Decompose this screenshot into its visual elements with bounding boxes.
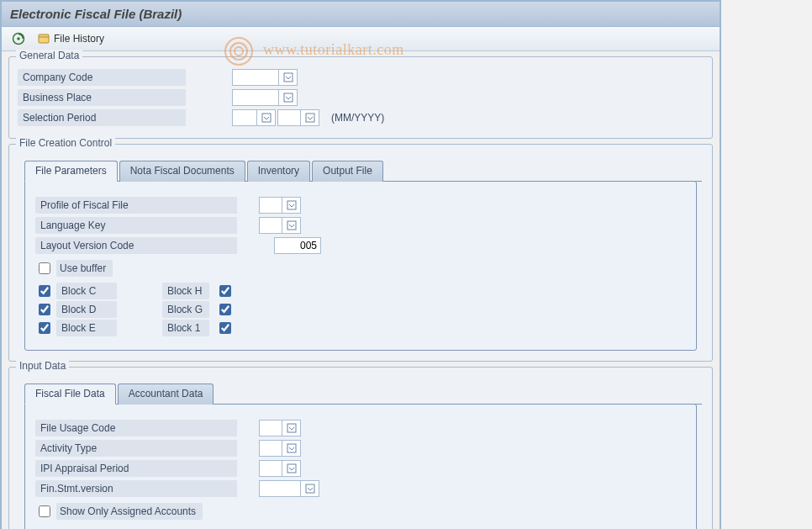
page-title: Electronic Fiscal File (Brazil) [10,7,182,21]
group-file-creation-control: File Creation Control File Parameters No… [8,144,713,362]
show-assigned-checkbox[interactable] [39,505,50,517]
activity-type-f4[interactable] [282,440,301,457]
block-h-checkbox[interactable] [219,285,231,297]
label-ipi: IPI Appraisal Period [35,460,237,477]
f4-icon [305,113,315,123]
row-block-e1: Block E Block 1 [35,320,686,336]
group-general-data: General Data Company Code Business Place… [8,56,713,139]
label-layout-ver: Layout Version Code [35,237,237,254]
svg-rect-9 [287,424,296,432]
label-block-c: Block C [56,283,117,299]
f4-icon [283,72,293,82]
svg-rect-3 [284,73,293,82]
svg-rect-5 [262,114,271,122]
ipi-input[interactable] [259,460,282,477]
label-use-buffer: Use buffer [56,260,113,277]
tab-file-parameters[interactable]: File Parameters [24,161,118,182]
fin-stmt-input[interactable] [259,480,301,497]
label-file-usage: File Usage Code [35,420,237,436]
f4-icon [287,220,297,230]
tabs-input: Fiscal File Data Accountant Data [24,383,702,405]
tabstrip-input: Fiscal File Data Accountant Data File Us… [19,383,702,529]
block-c-checkbox[interactable] [39,285,50,297]
f4-icon [305,484,315,494]
row-company-code: Company Code [18,69,704,86]
tab-nota-fiscal-documents[interactable]: Nota Fiscal Documents [119,161,245,182]
tab-output-file[interactable]: Output File [312,161,383,182]
svg-rect-7 [287,201,296,209]
row-activity-type: Activity Type [35,440,686,457]
profile-input[interactable] [259,197,282,214]
tab-body-file-parameters: Profile of Fiscal File Language Key [24,181,697,351]
block-1-checkbox[interactable] [219,322,231,334]
execute-icon [12,32,25,45]
file-history-label: File History [54,33,104,45]
ipi-f4[interactable] [282,460,301,477]
tab-accountant-data[interactable]: Accountant Data [118,384,214,405]
f4-icon [287,443,297,453]
row-business-place: Business Place [18,89,704,106]
titlebar: Electronic Fiscal File (Brazil) [2,2,720,27]
row-lang-key: Language Key [35,217,686,234]
row-block-dg: Block D Block G [35,301,686,318]
svg-rect-10 [287,444,296,452]
label-business-place: Business Place [18,89,186,106]
fin-stmt-f4[interactable] [301,480,319,497]
svg-rect-4 [284,93,293,102]
label-company-code: Company Code [18,69,186,86]
label-block-g: Block G [162,301,209,318]
layout-ver-input[interactable] [274,237,321,254]
label-block-h: Block H [162,283,209,299]
tab-fiscal-file-data[interactable]: Fiscal File Data [24,384,116,405]
selection-period-from-f4[interactable] [257,109,276,126]
company-code-input[interactable] [232,69,279,86]
label-show-assigned: Show Only Assigned Accounts [56,503,203,520]
activity-type-input[interactable] [259,440,282,457]
f4-icon [287,423,297,433]
file-usage-input[interactable] [259,420,282,436]
group-title-general: General Data [16,50,82,61]
file-usage-f4[interactable] [282,420,301,436]
business-place-f4[interactable] [279,89,298,106]
f4-icon [287,200,297,210]
label-block-e: Block E [56,320,117,336]
svg-rect-12 [306,484,314,493]
tabs-filectrl: File Parameters Nota Fiscal Documents In… [24,160,702,182]
lang-key-f4[interactable] [282,217,301,234]
label-profile: Profile of Fiscal File [35,197,237,214]
f4-icon [261,113,272,123]
label-block-1: Block 1 [162,320,209,336]
group-title-filectrl: File Creation Control [16,137,115,149]
tab-body-fiscal-file: File Usage Code Activity Type [24,404,697,529]
row-fin-stmt: Fin.Stmt.version [35,480,686,497]
svg-rect-6 [306,114,314,122]
business-place-input[interactable] [232,89,279,106]
application-toolbar: File History [2,27,720,51]
company-code-f4[interactable] [279,69,298,86]
use-buffer-checkbox[interactable] [39,262,50,274]
block-g-checkbox[interactable] [219,304,231,315]
profile-f4[interactable] [282,197,301,214]
label-activity-type: Activity Type [35,440,237,457]
label-selection-period: Selection Period [18,109,186,126]
label-lang-key: Language Key [35,217,237,234]
block-d-checkbox[interactable] [39,304,50,315]
label-block-d: Block D [56,301,117,318]
selection-period-from-input[interactable] [232,109,257,126]
svg-rect-8 [287,221,296,230]
svg-rect-11 [287,464,296,473]
execute-button[interactable] [8,30,29,47]
row-ipi: IPI Appraisal Period [35,460,686,477]
f4-icon [287,463,297,473]
group-input-data: Input Data Fiscal File Data Accountant D… [8,367,713,529]
selection-period-to-input[interactable] [277,109,301,126]
block-e-checkbox[interactable] [39,322,50,334]
label-fin-stmt: Fin.Stmt.version [35,480,237,497]
lang-key-input[interactable] [259,217,282,234]
svg-rect-2 [39,34,49,43]
selection-period-to-f4[interactable] [301,109,319,126]
group-title-input: Input Data [16,360,69,372]
file-history-button[interactable]: File History [34,30,108,47]
f4-icon [283,93,293,103]
tab-inventory[interactable]: Inventory [247,161,310,182]
